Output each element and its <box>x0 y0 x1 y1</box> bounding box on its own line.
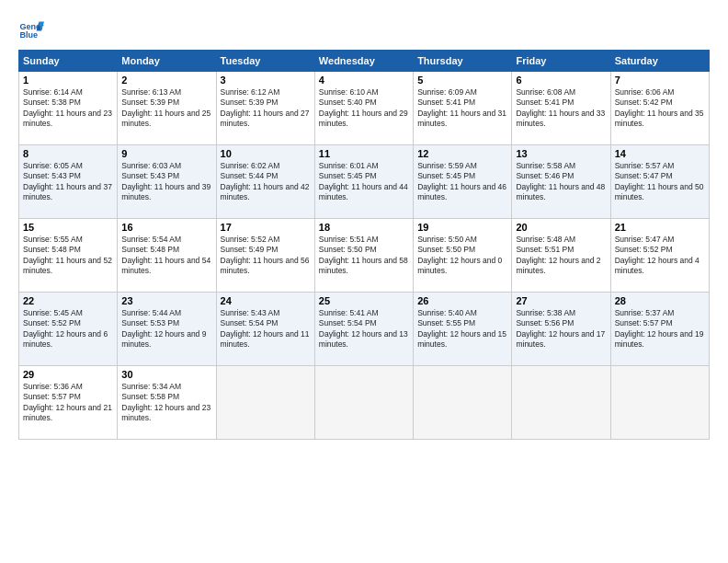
table-row: 29 Sunrise: 5:36 AM Sunset: 5:57 PM Dayl… <box>19 366 118 440</box>
calendar: Sunday Monday Tuesday Wednesday Thursday… <box>18 50 710 440</box>
table-row: 17 Sunrise: 5:52 AM Sunset: 5:49 PM Dayl… <box>216 219 314 293</box>
logo-icon: General Blue <box>18 17 44 42</box>
table-row: 13 Sunrise: 5:58 AM Sunset: 5:46 PM Dayl… <box>512 145 610 219</box>
table-row: 21 Sunrise: 5:47 AM Sunset: 5:52 PM Dayl… <box>610 219 709 293</box>
table-row: 6 Sunrise: 6:08 AM Sunset: 5:41 PM Dayli… <box>512 72 610 145</box>
table-row: 19 Sunrise: 5:50 AM Sunset: 5:50 PM Dayl… <box>414 219 512 293</box>
table-row: 15 Sunrise: 5:55 AM Sunset: 5:48 PM Dayl… <box>19 219 118 293</box>
table-row: 5 Sunrise: 6:09 AM Sunset: 5:41 PM Dayli… <box>414 72 512 145</box>
table-row: 11 Sunrise: 6:01 AM Sunset: 5:45 PM Dayl… <box>314 145 413 219</box>
table-row: 12 Sunrise: 5:59 AM Sunset: 5:45 PM Dayl… <box>414 145 512 219</box>
table-row: 10 Sunrise: 6:02 AM Sunset: 5:44 PM Dayl… <box>216 145 314 219</box>
table-row: 26 Sunrise: 5:40 AM Sunset: 5:55 PM Dayl… <box>414 293 512 366</box>
table-row: 22 Sunrise: 5:45 AM Sunset: 5:52 PM Dayl… <box>19 293 118 366</box>
logo: General Blue <box>18 17 44 42</box>
table-row: 28 Sunrise: 5:37 AM Sunset: 5:57 PM Dayl… <box>610 293 709 366</box>
table-row: 24 Sunrise: 5:43 AM Sunset: 5:54 PM Dayl… <box>216 293 314 366</box>
col-friday: Friday <box>512 51 610 72</box>
table-row: 30 Sunrise: 5:34 AM Sunset: 5:58 PM Dayl… <box>118 366 216 440</box>
table-row: 20 Sunrise: 5:48 AM Sunset: 5:51 PM Dayl… <box>512 219 610 293</box>
col-thursday: Thursday <box>414 51 512 72</box>
table-row: 9 Sunrise: 6:03 AM Sunset: 5:43 PM Dayli… <box>118 145 216 219</box>
table-row: 8 Sunrise: 6:05 AM Sunset: 5:43 PM Dayli… <box>19 145 118 219</box>
page: General Blue Sunday Monday Tuesday Wedne… <box>0 0 728 449</box>
svg-text:Blue: Blue <box>19 30 38 40</box>
col-wednesday: Wednesday <box>314 51 413 72</box>
table-row: 23 Sunrise: 5:44 AM Sunset: 5:53 PM Dayl… <box>118 293 216 366</box>
table-row: 1 Sunrise: 6:14 AM Sunset: 5:38 PM Dayli… <box>19 72 118 145</box>
table-row: 14 Sunrise: 5:57 AM Sunset: 5:47 PM Dayl… <box>610 145 709 219</box>
header: General Blue <box>18 17 710 42</box>
table-row: 27 Sunrise: 5:38 AM Sunset: 5:56 PM Dayl… <box>512 293 610 366</box>
table-row: 7 Sunrise: 6:06 AM Sunset: 5:42 PM Dayli… <box>610 72 709 145</box>
col-saturday: Saturday <box>610 51 709 72</box>
table-row: 16 Sunrise: 5:54 AM Sunset: 5:48 PM Dayl… <box>118 219 216 293</box>
col-sunday: Sunday <box>19 51 118 72</box>
table-row: 18 Sunrise: 5:51 AM Sunset: 5:50 PM Dayl… <box>314 219 413 293</box>
table-row: 25 Sunrise: 5:41 AM Sunset: 5:54 PM Dayl… <box>314 293 413 366</box>
col-monday: Monday <box>118 51 216 72</box>
col-tuesday: Tuesday <box>216 51 314 72</box>
table-row: 4 Sunrise: 6:10 AM Sunset: 5:40 PM Dayli… <box>314 72 413 145</box>
table-row: 2 Sunrise: 6:13 AM Sunset: 5:39 PM Dayli… <box>118 72 216 145</box>
table-row: 3 Sunrise: 6:12 AM Sunset: 5:39 PM Dayli… <box>216 72 314 145</box>
